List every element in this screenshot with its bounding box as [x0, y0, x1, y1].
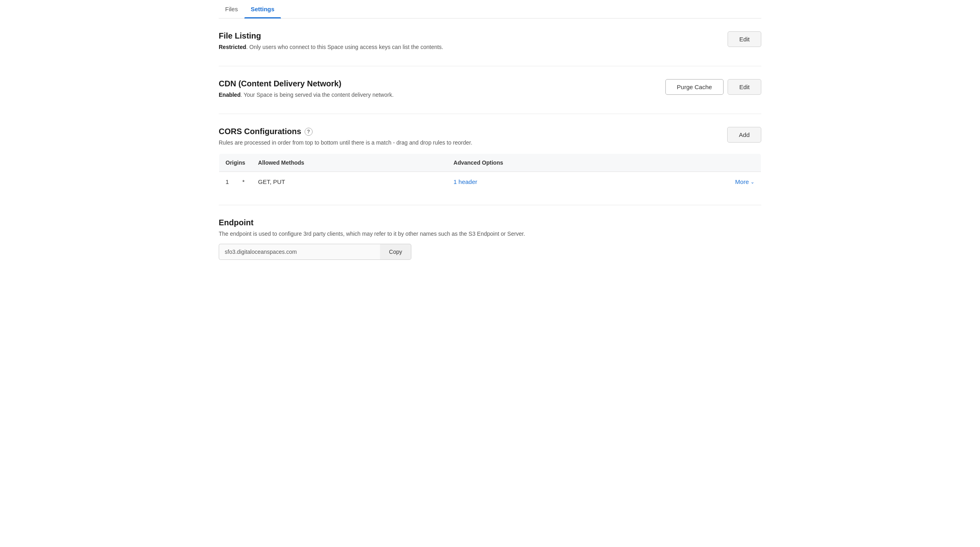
endpoint-copy-button[interactable]: Copy [380, 244, 411, 260]
cdn-actions: Purge Cache Edit [665, 79, 761, 95]
file-listing-edit-button[interactable]: Edit [728, 31, 761, 47]
cors-more-label: More [735, 178, 749, 185]
cors-description: Rules are processed in order from top to… [219, 139, 718, 147]
file-listing-status-bold: Restricted [219, 44, 246, 50]
endpoint-title-group: Endpoint The endpoint is used to configu… [219, 218, 761, 238]
cors-advanced-link[interactable]: 1 header [453, 178, 477, 185]
endpoint-input-row: Copy [219, 244, 411, 260]
cors-table-body: 1 * GET, PUT 1 header More ⌄ [219, 172, 761, 192]
cors-table-header-row: Origins Allowed Methods Advanced Options [219, 154, 761, 172]
cdn-title-group: CDN (Content Delivery Network) Enabled. … [219, 79, 656, 99]
cors-row-more-cell: More ⌄ [654, 172, 761, 192]
chevron-down-icon: ⌄ [750, 179, 754, 185]
cors-col-actions [654, 154, 761, 172]
tabs: Files Settings [219, 0, 761, 18]
endpoint-title: Endpoint [219, 218, 761, 227]
cors-row-advanced: 1 header [447, 172, 654, 192]
file-listing-subtitle: Restricted. Only users who connect to th… [219, 43, 718, 51]
cors-help-icon[interactable]: ? [305, 128, 313, 136]
file-listing-section: File Listing Restricted. Only users who … [219, 18, 761, 66]
cors-col-origins: Origins [219, 154, 252, 172]
cdn-subtitle: Enabled. Your Space is being served via … [219, 91, 656, 99]
file-listing-status-text: . Only users who connect to this Space u… [246, 44, 443, 50]
cors-col-methods: Allowed Methods [252, 154, 447, 172]
cors-title-group: CORS Configurations ? Rules are processe… [219, 127, 718, 147]
tab-settings[interactable]: Settings [244, 0, 281, 18]
cors-table-head: Origins Allowed Methods Advanced Options [219, 154, 761, 172]
cdn-status-bold: Enabled [219, 92, 240, 98]
file-listing-actions: Edit [728, 31, 761, 47]
cdn-title: CDN (Content Delivery Network) [219, 79, 656, 88]
cors-row-origin: * [236, 172, 252, 192]
file-listing-header: File Listing Restricted. Only users who … [219, 31, 761, 51]
cdn-edit-button[interactable]: Edit [728, 79, 761, 95]
cors-table-row: 1 * GET, PUT 1 header More ⌄ [219, 172, 761, 192]
cors-header: CORS Configurations ? Rules are processe… [219, 127, 761, 147]
cdn-status-text: . Your Space is being served via the con… [240, 92, 393, 98]
endpoint-description: The endpoint is used to configure 3rd pa… [219, 230, 761, 238]
file-listing-title-group: File Listing Restricted. Only users who … [219, 31, 718, 51]
cors-more-button[interactable]: More ⌄ [735, 178, 754, 185]
endpoint-section: Endpoint The endpoint is used to configu… [219, 205, 761, 273]
cors-section: CORS Configurations ? Rules are processe… [219, 114, 761, 205]
cdn-purge-cache-button[interactable]: Purge Cache [665, 79, 724, 95]
cors-col-advanced: Advanced Options [447, 154, 654, 172]
cdn-section: CDN (Content Delivery Network) Enabled. … [219, 66, 761, 114]
cors-actions: Add [727, 127, 761, 143]
file-listing-title: File Listing [219, 31, 718, 41]
cors-table: Origins Allowed Methods Advanced Options… [219, 153, 761, 192]
endpoint-header: Endpoint The endpoint is used to configu… [219, 218, 761, 238]
cors-add-button[interactable]: Add [727, 127, 761, 143]
tab-files[interactable]: Files [219, 0, 244, 18]
endpoint-input[interactable] [219, 244, 380, 260]
cors-title: CORS Configurations ? [219, 127, 718, 136]
cdn-header: CDN (Content Delivery Network) Enabled. … [219, 79, 761, 99]
cors-row-num: 1 [219, 172, 236, 192]
cors-row-methods: GET, PUT [252, 172, 447, 192]
